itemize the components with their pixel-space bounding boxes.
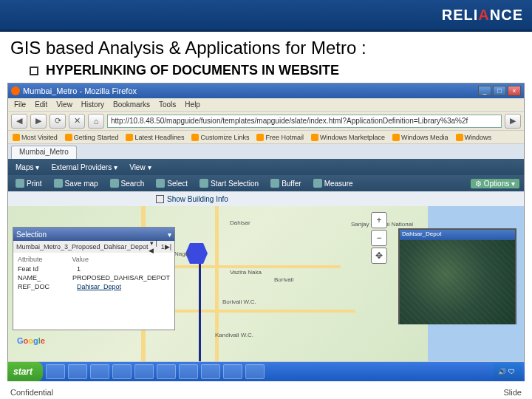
menu-tools[interactable]: Tools — [159, 100, 176, 109]
bookmark-icon — [13, 134, 20, 141]
app-toolbar-2: Print Save map Search Select Start Selec… — [8, 175, 524, 191]
bookmark-marketplace[interactable]: Windows Marketplace — [311, 134, 385, 141]
start-selection-button[interactable]: Start Selection — [197, 178, 262, 188]
slide-footer: Confidential Slide — [0, 386, 532, 399]
menu-maps[interactable]: Maps ▾ — [13, 163, 42, 172]
attr-row: Feat Id1 — [18, 265, 170, 273]
search-icon — [110, 179, 119, 188]
taskbar-item[interactable] — [245, 364, 265, 379]
toggle-row: Show Building Info — [8, 191, 524, 206]
google-logo: Google — [17, 336, 45, 345]
buffer-button[interactable]: Buffer — [267, 178, 304, 188]
start-button[interactable]: start — [7, 362, 43, 381]
pan-button[interactable]: ✥ — [371, 248, 387, 264]
go-button[interactable]: ▶ — [505, 114, 521, 129]
cursor-icon — [156, 179, 165, 188]
map-controls: + − ✥ — [371, 212, 387, 264]
place-label: Borivali — [274, 276, 293, 283]
taskbar-item[interactable] — [112, 364, 132, 379]
select-button[interactable]: Select — [153, 178, 191, 188]
place-label: Borivali W.C. — [222, 299, 256, 305]
system-tray[interactable]: 🔊 🛡 — [494, 363, 522, 381]
tray-icon[interactable]: 🔊 — [498, 368, 506, 375]
menu-app-view[interactable]: View ▾ — [126, 163, 154, 172]
stop-button[interactable]: ✕ — [69, 114, 85, 129]
bookmarks-bar: Most Visited Getting Started Latest Head… — [8, 131, 524, 144]
taskbar-item[interactable] — [134, 364, 154, 379]
show-building-label: Show Building Info — [167, 195, 228, 203]
zoom-in-button[interactable]: + — [371, 212, 387, 228]
search-button[interactable]: Search — [107, 178, 148, 188]
show-building-checkbox[interactable] — [156, 195, 164, 203]
bookmark-most-visited[interactable]: Most Visited — [13, 134, 58, 141]
windows-taskbar: start 🔊 🛡 — [7, 362, 525, 381]
reload-button[interactable]: ⟳ — [50, 114, 66, 129]
url-input[interactable]: http://10.8.48.50/mapguide/fusion/templa… — [107, 115, 502, 128]
map-canvas[interactable]: Dahisar Shanti Nagar Vazira Naka Borival… — [8, 206, 524, 361]
satellite-overlay[interactable]: Dahisar_Depot — [398, 228, 516, 324]
options-button[interactable]: ⚙ Options ▾ — [471, 179, 519, 188]
bookmark-icon — [456, 134, 463, 141]
menu-history[interactable]: History — [81, 100, 104, 109]
slide-title: GIS based Analysis & Applications for Me… — [0, 32, 532, 60]
place-label: Vazira Naka — [230, 269, 262, 276]
bookmark-icon — [126, 134, 133, 141]
bookmark-icon — [256, 134, 264, 141]
bookmark-icon — [65, 134, 72, 141]
window-titlebar[interactable]: Mumbai_Metro - Mozilla Firefox _ □ × — [8, 83, 524, 98]
footer-right: Slide — [504, 388, 522, 397]
bookmark-media[interactable]: Windows Media — [392, 134, 449, 141]
bookmark-headlines[interactable]: Latest Headlines — [126, 134, 184, 141]
taskbar-item[interactable] — [223, 364, 242, 379]
back-button[interactable]: ◀ — [11, 114, 27, 129]
browser-tabs: Mumbai_Metro — [8, 144, 524, 159]
bookmark-windows[interactable]: Windows — [456, 134, 492, 141]
tab-mumbai-metro[interactable]: Mumbai_Metro — [11, 146, 77, 159]
brand-logo: RELIANCE — [442, 7, 523, 24]
place-label: Kandivali W.C. — [215, 332, 253, 338]
firefox-icon — [11, 86, 20, 95]
tray-icon[interactable]: 🛡 — [508, 368, 515, 375]
minimize-button[interactable]: _ — [478, 86, 491, 96]
ruler-icon — [313, 179, 322, 188]
bookmark-hotmail[interactable]: Free Hotmail — [256, 134, 304, 141]
menu-view[interactable]: View — [56, 100, 72, 109]
taskbar-item[interactable] — [179, 364, 198, 379]
brand-header: RELIANCE — [0, 0, 532, 30]
disk-icon — [54, 179, 63, 188]
slide-bullet-text: HYPERLINKING OF DOCUMENTS IN WEBSITE — [46, 63, 339, 78]
menu-external-providers[interactable]: External Providers ▾ — [48, 163, 120, 172]
bookmark-icon — [311, 134, 318, 141]
selection-layer-selector[interactable]: Mumbai_Metro_3_Proposed_Dahisar_Depot ▾ … — [13, 241, 174, 253]
bookmark-customize[interactable]: Customize Links — [191, 134, 249, 141]
attr-row: NAME_PROPOSED_DAHISAR_DEPOT — [18, 273, 170, 282]
menu-help[interactable]: Help — [185, 100, 200, 109]
close-button[interactable]: × — [508, 86, 521, 96]
bullet-icon — [30, 66, 38, 75]
print-button[interactable]: Print — [13, 178, 45, 188]
save-map-button[interactable]: Save map — [51, 178, 101, 188]
menu-bookmarks[interactable]: Bookmarks — [113, 100, 150, 109]
place-label: Dahisar — [230, 219, 250, 226]
bookmark-getting-started[interactable]: Getting Started — [65, 134, 119, 141]
attr-row: REF_DOCDahisar_Depot — [18, 282, 170, 291]
zoom-out-button[interactable]: − — [371, 230, 387, 246]
browser-window: Mumbai_Metro - Mozilla Firefox _ □ × Fil… — [7, 83, 525, 364]
maximize-button[interactable]: □ — [493, 86, 506, 96]
panel-collapse-icon[interactable]: ▾ — [168, 231, 171, 239]
menu-edit[interactable]: Edit — [35, 100, 47, 109]
browser-navbar: ◀ ▶ ⟳ ✕ ⌂ http://10.8.48.50/mapguide/fus… — [8, 112, 524, 131]
menu-file[interactable]: File — [14, 100, 26, 109]
taskbar-item[interactable] — [157, 364, 176, 379]
taskbar-item[interactable] — [201, 364, 220, 379]
home-button[interactable]: ⌂ — [88, 114, 104, 129]
taskbar-item[interactable] — [46, 364, 65, 379]
slide-bullet-row: HYPERLINKING OF DOCUMENTS IN WEBSITE — [0, 60, 532, 83]
select-icon — [200, 179, 208, 188]
taskbar-item[interactable] — [68, 364, 87, 379]
taskbar-item[interactable] — [90, 364, 109, 379]
footer-left: Confidential — [10, 388, 53, 397]
printer-icon — [16, 179, 24, 188]
measure-button[interactable]: Measure — [310, 178, 356, 188]
forward-button[interactable]: ▶ — [30, 114, 47, 129]
